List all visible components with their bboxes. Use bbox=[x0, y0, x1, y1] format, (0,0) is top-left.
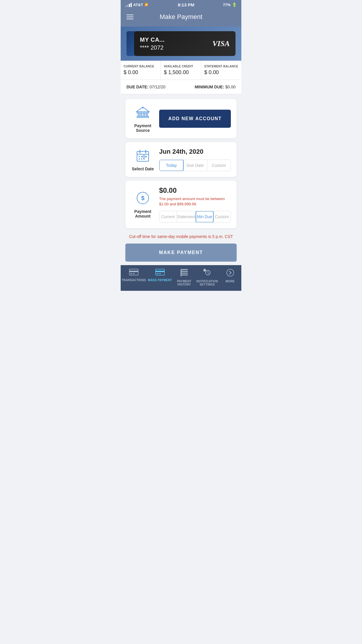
nav-notification-settings[interactable]: ! NOTIFICATIONSETTINGS bbox=[196, 269, 218, 286]
svg-point-18 bbox=[141, 158, 142, 160]
nav-payment-history[interactable]: PAYMENTHISTORY bbox=[174, 269, 194, 286]
nav-more[interactable]: MORE bbox=[220, 269, 240, 286]
card-carousel: MY CA... **** 2072 VISA bbox=[121, 27, 241, 61]
minimum-due: MINIMUM DUE: $0.00 bbox=[195, 85, 236, 89]
battery-label: 77% bbox=[223, 3, 231, 7]
svg-text:📶: 📶 bbox=[145, 3, 148, 6]
more-label: MORE bbox=[226, 280, 235, 283]
svg-point-41 bbox=[226, 269, 234, 276]
transactions-label: TRANSACTIONS bbox=[122, 279, 146, 282]
statement-balance-label: STATEMENT BALANCE bbox=[204, 65, 238, 68]
svg-text:$: $ bbox=[141, 195, 144, 201]
svg-point-8 bbox=[142, 107, 143, 108]
svg-rect-29 bbox=[157, 273, 158, 274]
hamburger-menu[interactable] bbox=[126, 15, 133, 19]
svg-rect-24 bbox=[129, 271, 138, 272]
card-name: MY CA... bbox=[140, 36, 165, 43]
cutoff-notice: Cut-off time for same-day mobile payment… bbox=[121, 233, 241, 241]
main-content: PaymentSource ADD NEW ACCOUNT bbox=[121, 94, 241, 233]
payment-source-card: PaymentSource ADD NEW ACCOUNT bbox=[125, 99, 237, 139]
amount-current-button[interactable]: Current bbox=[159, 211, 177, 222]
payment-amount-icon-col: $ PaymentAmount bbox=[131, 190, 154, 218]
nav-transactions[interactable]: TRANSACTIONS bbox=[122, 269, 146, 286]
due-date-row: DUE DATE: 07/12/20 MINIMUM DUE: $0.00 bbox=[121, 80, 241, 94]
balance-row: CURRENT BALANCE $ 0.00 AVAILABLE CREDIT … bbox=[121, 61, 241, 80]
nav-make-payment[interactable]: MAKE PAYMENT bbox=[148, 269, 172, 286]
statement-balance-value: $ 0.00 bbox=[204, 69, 238, 76]
svg-rect-4 bbox=[141, 113, 142, 116]
select-date-inner: Select Date Jun 24th, 2020 Today Due Dat… bbox=[131, 148, 231, 171]
available-credit-value: $ 1,500.00 bbox=[164, 69, 198, 76]
svg-rect-9 bbox=[137, 151, 149, 161]
card-number: **** 2072 bbox=[140, 44, 165, 51]
status-bar: AT&T 📶 8:13 PM 77% 🔋 bbox=[121, 0, 241, 10]
svg-rect-33 bbox=[181, 273, 188, 274]
date-due-date-button[interactable]: Due Date bbox=[183, 160, 207, 171]
due-date-value: 07/12/20 bbox=[150, 85, 166, 89]
payment-amount-inner: $ PaymentAmount $0.00 The payment amount… bbox=[131, 186, 231, 223]
payment-history-label: PAYMENTHISTORY bbox=[177, 280, 191, 286]
date-custom-button[interactable]: Custom bbox=[207, 160, 231, 171]
svg-rect-28 bbox=[156, 271, 164, 272]
svg-text:!: ! bbox=[204, 270, 205, 272]
payment-amount-label: PaymentAmount bbox=[134, 209, 151, 218]
available-credit-label: AVAILABLE CREDIT bbox=[164, 65, 198, 68]
amount-statement-button[interactable]: Statement bbox=[177, 211, 196, 222]
min-due-value: $0.00 bbox=[225, 85, 236, 89]
svg-point-19 bbox=[143, 158, 145, 160]
svg-rect-32 bbox=[181, 271, 188, 272]
svg-line-38 bbox=[208, 273, 209, 274]
transactions-icon bbox=[129, 269, 138, 277]
amount-section-right: $0.00 The payment amount must be between… bbox=[159, 186, 231, 223]
svg-point-16 bbox=[146, 156, 147, 157]
signal-icon bbox=[125, 3, 132, 7]
payment-history-icon bbox=[180, 269, 188, 278]
svg-rect-5 bbox=[144, 113, 145, 116]
date-value: Jun 24th, 2020 bbox=[159, 148, 231, 155]
card-info: MY CA... **** 2072 bbox=[140, 36, 165, 51]
calendar-icon bbox=[135, 148, 150, 164]
make-payment-icon bbox=[155, 269, 165, 277]
current-balance-value: $ 0.00 bbox=[124, 69, 158, 76]
due-date: DUE DATE: 07/12/20 bbox=[126, 85, 166, 89]
status-right: 77% 🔋 bbox=[223, 3, 237, 7]
select-date-card: Select Date Jun 24th, 2020 Today Due Dat… bbox=[125, 142, 237, 177]
more-icon bbox=[226, 269, 234, 278]
date-today-button[interactable]: Today bbox=[159, 160, 184, 171]
svg-rect-31 bbox=[181, 269, 188, 270]
payment-source-label: PaymentSource bbox=[134, 123, 151, 133]
svg-rect-34 bbox=[181, 275, 188, 276]
carrier-label: AT&T bbox=[133, 3, 143, 7]
status-time: 8:13 PM bbox=[178, 2, 194, 7]
battery-icon: 🔋 bbox=[232, 3, 237, 7]
available-credit: AVAILABLE CREDIT $ 1,500.00 bbox=[161, 61, 201, 80]
amount-warning: The payment amount must be between $1.00… bbox=[159, 196, 231, 207]
notification-settings-icon: ! bbox=[203, 269, 212, 278]
amount-min-due-button[interactable]: Min Due bbox=[196, 211, 214, 223]
current-balance: CURRENT BALANCE $ 0.00 bbox=[121, 61, 161, 80]
notification-settings-label: NOTIFICATIONSETTINGS bbox=[196, 280, 218, 286]
svg-rect-30 bbox=[159, 273, 161, 274]
make-payment-button[interactable]: MAKE PAYMENT bbox=[125, 244, 237, 262]
add-new-account-button[interactable]: ADD NEW ACCOUNT bbox=[159, 110, 231, 128]
svg-point-15 bbox=[143, 156, 145, 157]
bank-icon bbox=[135, 105, 150, 121]
status-left: AT&T 📶 bbox=[125, 3, 149, 7]
svg-rect-35 bbox=[181, 270, 182, 276]
payment-source-inner: PaymentSource ADD NEW ACCOUNT bbox=[131, 105, 231, 133]
current-balance-label: CURRENT BALANCE bbox=[124, 65, 158, 68]
amount-value: $0.00 bbox=[159, 186, 231, 195]
svg-point-17 bbox=[139, 158, 140, 160]
statement-balance: STATEMENT BALANCE $ 0.00 bbox=[201, 61, 241, 80]
app-header: Make Payment bbox=[121, 10, 241, 27]
dollar-circle-icon: $ bbox=[135, 190, 150, 207]
date-section-right: Jun 24th, 2020 Today Due Date Custom bbox=[159, 148, 231, 171]
amount-custom-button[interactable]: Custom bbox=[213, 211, 231, 222]
svg-point-14 bbox=[141, 156, 142, 157]
due-date-label: DUE DATE: bbox=[126, 85, 148, 89]
amount-toggle-group: Current Statement Min Due Custom bbox=[159, 211, 231, 223]
make-payment-nav-label: MAKE PAYMENT bbox=[148, 279, 172, 282]
credit-card[interactable]: MY CA... **** 2072 VISA bbox=[134, 31, 236, 56]
page-title: Make Payment bbox=[160, 13, 203, 21]
svg-rect-25 bbox=[130, 273, 132, 274]
